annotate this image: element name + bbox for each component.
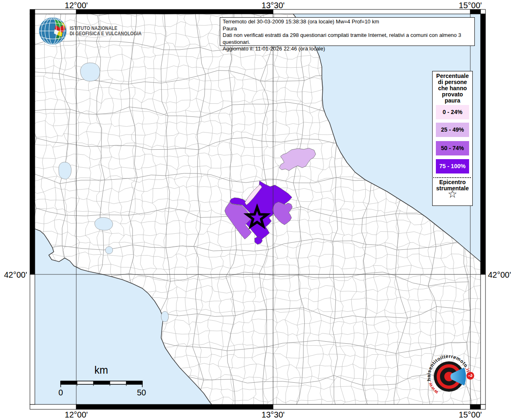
axis-bottom-1330: 13°30' <box>253 410 294 420</box>
ingv-wordmark: ISTITUTO NAZIONALE DI GEOFISICA E VULCAN… <box>70 26 141 37</box>
map-interior <box>24 4 490 420</box>
info-line-event: Terremoto del 30-03-2009 15:38:38 (ora l… <box>223 18 472 25</box>
earthquake-info-box: Terremoto del 30-03-2009 15:38:38 (ora l… <box>220 17 475 46</box>
legend-divider <box>433 177 471 178</box>
legend-swatch-75-100: 75 - 100% <box>436 159 469 173</box>
legend-epicenter-label-1: Epicentro <box>433 179 472 185</box>
info-line-disclaimer: Dati non verificati estratti da 298 ques… <box>223 32 472 46</box>
legend-star-icon: ☆ <box>433 189 472 199</box>
axis-bottom-15: 15°00' <box>450 410 491 420</box>
axis-top-15: 15°00' <box>450 1 491 10</box>
scalebar-start: 0 <box>57 388 65 397</box>
legend-title: Percentuale di persone che hanno provato… <box>433 73 472 104</box>
info-line-effect: Paura <box>223 25 472 32</box>
axis-top-12: 12°00' <box>56 1 97 10</box>
ingv-globe-logo <box>39 18 66 45</box>
felt-map-page: ? www.haisentitoilterremoto.it 12°00' 13… <box>0 0 515 420</box>
legend-swatch-50-74: 50 - 74% <box>436 141 469 155</box>
scalebar-unit: km <box>85 364 118 376</box>
map-canvas: ? www.haisentitoilterremoto.it <box>0 0 515 420</box>
legend: Percentuale di persone che hanno provato… <box>432 71 473 206</box>
axis-top-1330: 13°30' <box>253 1 294 10</box>
axis-bottom-12: 12°00' <box>56 410 97 420</box>
axis-right-42: 42°00' <box>488 270 515 280</box>
legend-swatch-0-24: 0 - 24% <box>436 105 469 119</box>
info-line-updated: Aggiornato il: 11-01-2026 22:46 (ora loc… <box>223 46 472 52</box>
scalebar-end: 50 <box>135 388 148 397</box>
ingv-name-line2: DI GEOFISICA E VULCANOLOGIA <box>70 31 141 37</box>
axis-left-42: 42°00' <box>0 270 27 280</box>
legend-swatch-25-49: 25 - 49% <box>436 123 469 137</box>
